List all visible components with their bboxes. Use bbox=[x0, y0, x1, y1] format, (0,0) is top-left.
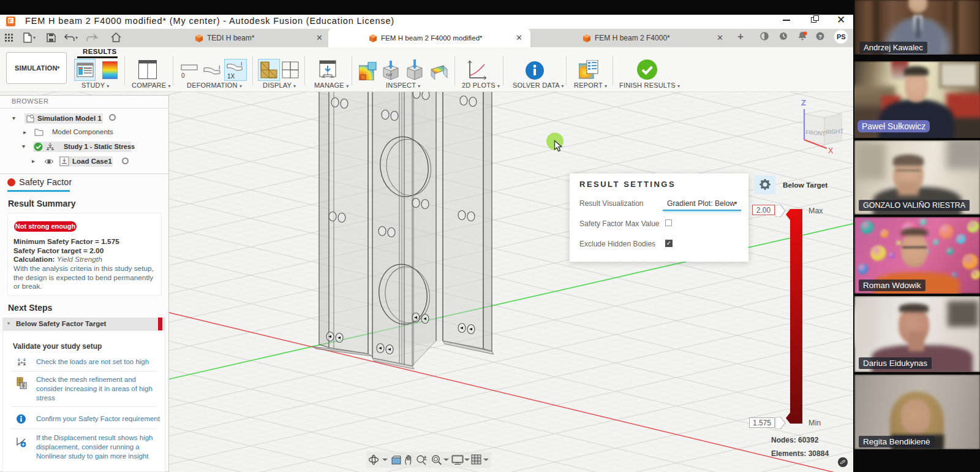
svg-text:I: I bbox=[219, 64, 221, 70]
svg-text:X: X bbox=[828, 147, 834, 155]
svg-text:0: 0 bbox=[181, 72, 185, 79]
svg-text:Z: Z bbox=[801, 98, 806, 107]
svg-text:?: ? bbox=[818, 33, 822, 40]
svg-text:I: I bbox=[241, 61, 243, 67]
svg-text:F: F bbox=[9, 18, 12, 24]
svg-text:RIGHT: RIGHT bbox=[825, 128, 843, 135]
svg-text:xyz: xyz bbox=[386, 72, 393, 77]
svg-text:FRONT: FRONT bbox=[805, 129, 826, 137]
